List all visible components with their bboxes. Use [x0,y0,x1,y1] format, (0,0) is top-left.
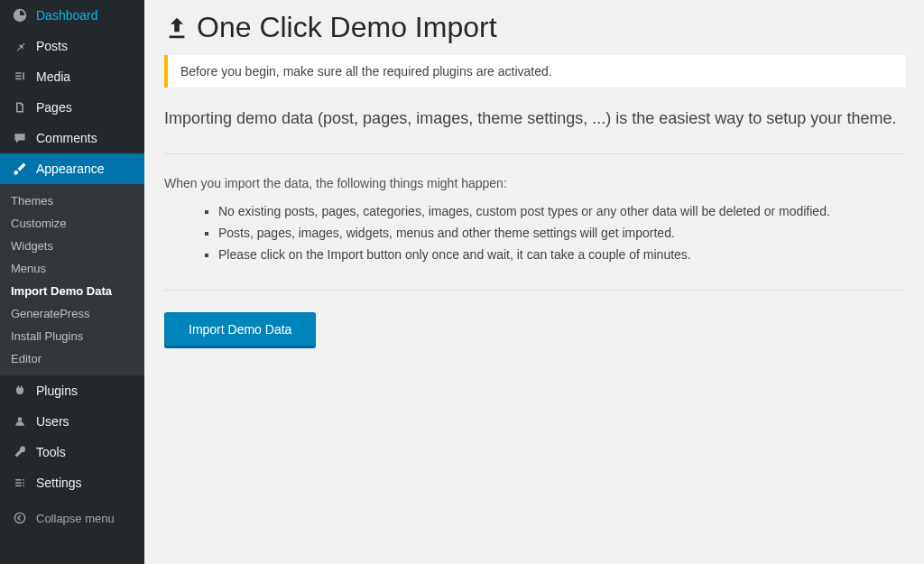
submenu-item-menus[interactable]: Menus [0,257,144,280]
settings-icon [11,474,29,492]
dashboard-icon [11,6,29,24]
divider [164,153,906,154]
sidebar-item-comments[interactable]: Comments [0,123,144,153]
notice-text: Before you begin, make sure all the requ… [180,64,552,79]
sidebar-item-label: Dashboard [36,8,98,23]
list-item: No existing posts, pages, categories, im… [218,201,906,223]
collapse-label: Collapse menu [36,512,115,525]
intro-text: Importing demo data (post, pages, images… [164,107,906,130]
submenu-item-import-demo[interactable]: Import Demo Data [0,280,144,302]
sidebar-item-media[interactable]: Media [0,61,144,92]
page-title: One Click Demo Import [164,11,906,44]
submenu-item-generatepress[interactable]: GeneratePress [0,302,144,325]
collapse-icon [11,509,29,527]
sidebar-item-users[interactable]: Users [0,406,144,437]
sidebar-item-tools[interactable]: Tools [0,437,144,467]
admin-sidebar: Dashboard Posts Media Pages Comments App… [0,0,144,564]
sidebar-item-label: Settings [36,476,82,490]
sidebar-item-settings[interactable]: Settings [0,467,144,498]
submenu-item-install-plugins[interactable]: Install Plugins [0,325,144,347]
sidebar-item-label: Plugins [36,384,78,398]
list-item: Posts, pages, images, widgets, menus and… [218,223,906,245]
divider [164,290,906,291]
sidebar-item-posts[interactable]: Posts [0,31,144,61]
appearance-submenu: Themes Customize Widgets Menus Import De… [0,184,144,375]
list-item: Please click on the Import button only o… [218,245,906,266]
sidebar-item-label: Comments [36,131,97,145]
submenu-item-editor[interactable]: Editor [0,347,144,370]
import-notes-list: No existing posts, pages, categories, im… [218,201,906,265]
submenu-item-widgets[interactable]: Widgets [0,235,144,257]
sidebar-item-label: Pages [36,100,72,115]
import-demo-button[interactable]: Import Demo Data [164,312,316,347]
upload-icon [164,15,189,41]
page-icon [11,98,29,116]
submenu-item-customize[interactable]: Customize [0,212,144,235]
comment-icon [11,129,29,147]
section-lead: When you import the data, the following … [164,176,906,190]
sidebar-item-label: Tools [36,445,66,459]
page-title-text: One Click Demo Import [197,11,497,44]
plugin-icon [11,382,29,400]
brush-icon [11,160,29,178]
media-icon [11,68,29,86]
collapse-menu[interactable]: Collapse menu [0,502,144,534]
sidebar-item-pages[interactable]: Pages [0,92,144,123]
sidebar-item-label: Appearance [36,162,105,176]
sidebar-item-label: Posts [36,39,68,53]
sidebar-item-label: Media [36,69,70,84]
pin-icon [11,37,29,55]
sidebar-item-dashboard[interactable]: Dashboard [0,0,144,31]
wrench-icon [11,443,29,461]
main-content: One Click Demo Import Before you begin, … [144,0,924,564]
submenu-item-themes[interactable]: Themes [0,190,144,212]
warning-notice: Before you begin, make sure all the requ… [164,55,906,88]
user-icon [11,412,29,430]
sidebar-item-label: Users [36,414,69,429]
sidebar-item-appearance[interactable]: Appearance [0,153,144,184]
sidebar-item-plugins[interactable]: Plugins [0,375,144,406]
svg-point-0 [14,513,24,522]
